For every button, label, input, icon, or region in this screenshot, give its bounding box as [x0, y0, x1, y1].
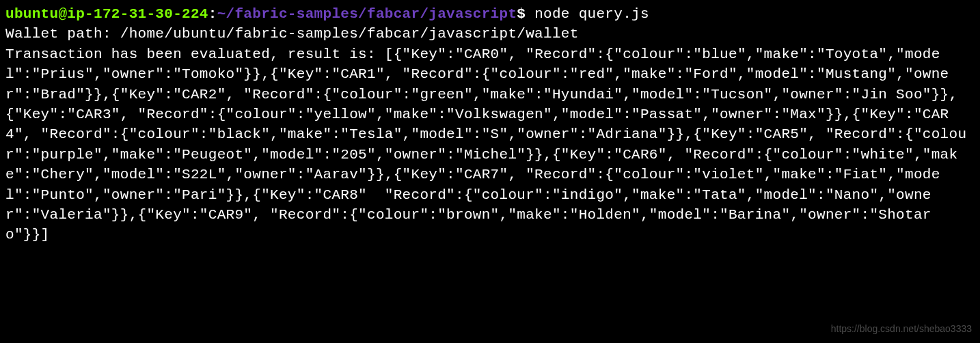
prompt-user: ubuntu@ip-172-31-30-224 — [5, 6, 208, 22]
result-json: [{"Key":"CAR0", "Record":{"colour":"blue… — [5, 46, 966, 243]
watermark-text: https://blog.csdn.net/shebao3333 — [831, 323, 972, 336]
prompt-sep1: : — [208, 6, 217, 22]
terminal-content[interactable]: ubuntu@ip-172-31-30-224:~/fabric-samples… — [5, 4, 975, 245]
result-prefix: Transaction has been evaluated, result i… — [5, 46, 385, 62]
prompt-dollar: $ — [517, 6, 526, 22]
command-text: node query.js — [526, 6, 649, 22]
prompt-path: ~/fabric-samples/fabcar/javascript — [217, 6, 517, 22]
wallet-path-line: Wallet path: /home/ubuntu/fabric-samples… — [5, 26, 579, 42]
